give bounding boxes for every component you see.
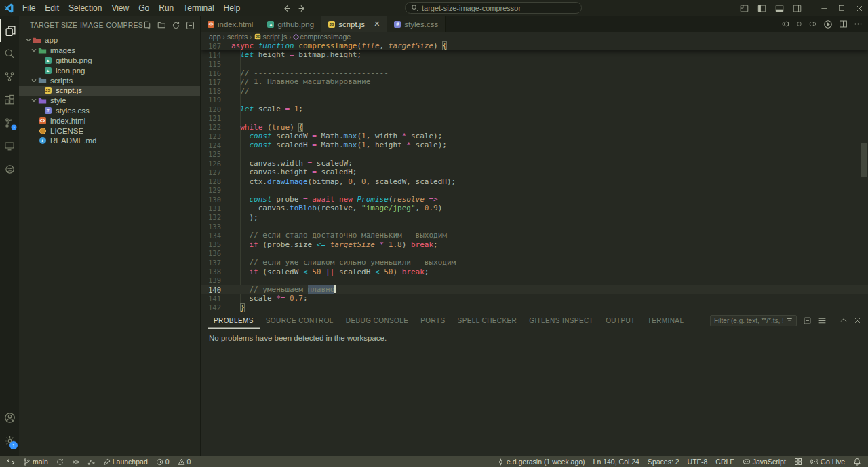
breadcrumb-scripts[interactable]: scripts [227, 33, 248, 41]
tree-item-scripts[interactable]: scripts [19, 75, 200, 86]
tab-styles-css[interactable]: #styles.css [387, 16, 446, 32]
status-cursor-position[interactable]: Ln 140, Col 24 [591, 456, 642, 467]
activitybar-accounts-icon[interactable] [0, 406, 19, 429]
refresh-explorer-icon[interactable] [172, 21, 180, 30]
editor-scrollbar[interactable] [861, 143, 867, 177]
tree-item-images[interactable]: images [19, 45, 200, 56]
panel-tab-source-control[interactable]: SOURCE CONTROL [260, 312, 340, 329]
collapse-folders-icon[interactable] [186, 21, 195, 30]
code-line-133[interactable]: 133 [201, 222, 868, 231]
status-gitlens-launchpad[interactable]: Launchpad [100, 456, 151, 467]
customize-layout-icon[interactable] [735, 0, 753, 16]
activitybar-gitkraken-icon[interactable] [0, 157, 19, 181]
code-line-140[interactable]: 140 // уменьшаем плавно [201, 285, 868, 294]
activitybar-extensions-icon[interactable] [0, 88, 19, 111]
close-window-icon[interactable] [850, 0, 868, 16]
menu-go[interactable]: Go [134, 0, 154, 16]
code-line-120[interactable]: 120 let scale = 1; [201, 105, 868, 113]
code-line-134[interactable]: 134 // если стало достаточно маленьким —… [201, 231, 868, 240]
view-as-list-icon[interactable] [818, 316, 827, 325]
code-editor[interactable]: 107async function compressImage(file, ta… [201, 41, 868, 312]
code-line-114[interactable]: 114 let height = bitmap.height; [201, 50, 868, 59]
command-center-search[interactable]: target-size-image-compressor [405, 2, 582, 14]
tab-index-html[interactable]: <>index.html [201, 16, 260, 32]
tab-github-png[interactable]: ▲github.png [260, 16, 321, 32]
activitybar-source-control-icon[interactable] [0, 65, 19, 88]
nav-back-icon[interactable] [282, 4, 291, 13]
menu-edit[interactable]: Edit [40, 0, 64, 16]
code-line-136[interactable]: 136 [201, 249, 868, 258]
panel-tab-terminal[interactable]: TERMINAL [642, 312, 690, 329]
panel-tab-gitlens-inspect[interactable]: GITLENS INSPECT [523, 312, 599, 329]
breadcrumb-script-js[interactable]: JSscript.js [254, 33, 288, 41]
code-line-131[interactable]: 131 canvas.toBlob(resolve, "image/jpeg",… [201, 204, 868, 212]
tree-item-github-png[interactable]: ▲github.png [19, 56, 200, 66]
status-encoding[interactable]: UTF-8 [685, 456, 711, 467]
code-line-127[interactable]: 127 canvas.height = scaledH; [201, 168, 868, 176]
tree-item-license[interactable]: LICENSE [19, 126, 200, 136]
maximize-icon[interactable] [833, 0, 850, 16]
new-file-icon[interactable] [143, 21, 152, 30]
menu-selection[interactable]: Selection [64, 0, 106, 16]
activitybar-explorer-icon[interactable] [0, 19, 19, 42]
panel-tab-problems[interactable]: PROBLEMS [208, 312, 260, 329]
code-line-135[interactable]: 135 if (probe.size <= targetSize * 1.8) … [201, 240, 868, 249]
code-line-142[interactable]: 142 } [201, 303, 868, 312]
code-line-122[interactable]: 122 while (true) { [201, 123, 868, 132]
code-line-121[interactable]: 121 [201, 113, 868, 122]
status-go-live[interactable]: Go Live [808, 456, 848, 467]
status-eol[interactable]: CRLF [713, 456, 736, 467]
code-line-137[interactable]: 137 // если уже слишком сильно уменьшили… [201, 258, 868, 267]
status-extension-status[interactable] [791, 456, 805, 467]
toggle-panel-icon[interactable] [770, 0, 788, 16]
menu-run[interactable]: Run [154, 0, 178, 16]
prev-change-icon[interactable] [781, 20, 790, 29]
code-line-117[interactable]: 117 // 1. Плавное масштабирование [201, 77, 868, 86]
code-line-128[interactable]: 128 ctx.drawImage(bitmap, 0, 0, scaledW,… [201, 176, 868, 185]
status-notifications[interactable] [850, 456, 864, 467]
close-panel-icon[interactable] [854, 317, 861, 324]
status-language-mode[interactable]: JavaScript [740, 456, 789, 467]
breadcrumb-app[interactable]: app [209, 33, 221, 41]
status-git-branch[interactable]: main [20, 456, 51, 467]
panel-tab-spell-checker[interactable]: SPELL CHECKER [452, 312, 524, 329]
tree-item-index-html[interactable]: <>index.html [19, 115, 200, 126]
activitybar-gitlens-icon[interactable] [0, 111, 19, 134]
code-line-119[interactable]: 119 [201, 96, 868, 105]
status-gitlens-compare[interactable] [69, 456, 82, 467]
collapse-all-icon[interactable] [803, 316, 812, 325]
status-git-sync[interactable] [54, 456, 66, 467]
close-tab-icon[interactable]: ✕ [374, 20, 380, 29]
run-icon[interactable] [823, 20, 833, 29]
tab-script-js[interactable]: JSscript.js✕ [321, 16, 387, 32]
tree-item-app[interactable]: app [19, 35, 200, 45]
minimize-icon[interactable] [815, 0, 833, 16]
status-gitlens-graph[interactable] [85, 456, 98, 467]
maximize-panel-icon[interactable] [840, 316, 848, 324]
code-line-115[interactable]: 115 [201, 60, 868, 69]
menu-terminal[interactable]: Terminal [178, 0, 218, 16]
status-indentation[interactable]: Spaces: 2 [645, 456, 682, 467]
tree-item-readme-md[interactable]: iREADME.md [19, 136, 200, 146]
nav-forward-icon[interactable] [298, 4, 307, 13]
breadcrumb-compressimage[interactable]: compressImage [294, 33, 351, 41]
tree-item-styles-css[interactable]: #styles.css [19, 106, 200, 116]
activitybar-remote-explorer-icon[interactable] [0, 134, 19, 157]
menu-file[interactable]: File [18, 0, 40, 16]
toggle-secondary-sidebar-icon[interactable] [788, 0, 806, 16]
split-editor-icon[interactable] [839, 20, 848, 29]
problems-filter-input[interactable]: Filter (e.g. text, **/*.ts, !**/nod... [710, 315, 797, 326]
status-errors[interactable]: 0 [153, 456, 172, 467]
activitybar-settings-icon[interactable]: 1 [0, 429, 19, 452]
next-change-icon[interactable] [808, 20, 817, 29]
panel-tab-ports[interactable]: PORTS [414, 312, 451, 329]
panel-tab-output[interactable]: OUTPUT [599, 312, 642, 329]
menu-help[interactable]: Help [219, 0, 245, 16]
code-line-132[interactable]: 132 ); [201, 213, 868, 222]
menu-view[interactable]: View [106, 0, 134, 16]
tree-item-icon-png[interactable]: ▲icon.png [19, 65, 200, 75]
code-line-130[interactable]: 130 const probe = await new Promise(reso… [201, 195, 868, 204]
code-line-125[interactable]: 125 [201, 150, 868, 159]
current-change-icon[interactable] [796, 21, 802, 27]
code-line-139[interactable]: 139 [201, 276, 868, 285]
